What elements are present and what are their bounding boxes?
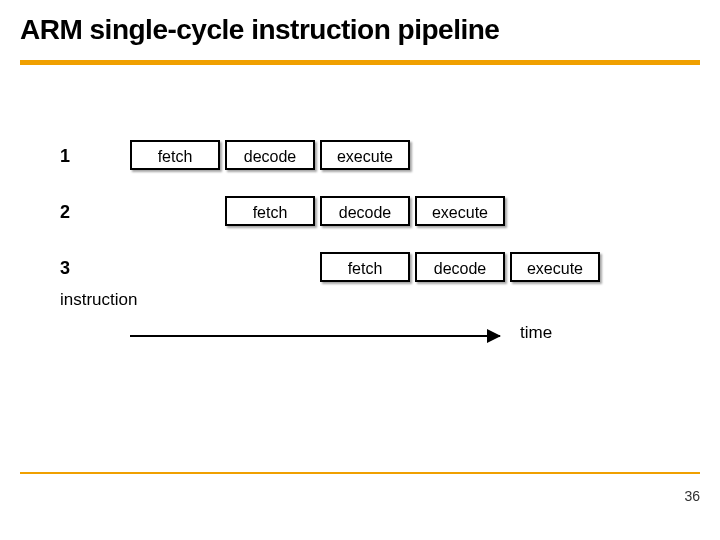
stage-box: execute bbox=[510, 252, 600, 282]
time-arrow bbox=[130, 335, 500, 337]
row-label-2: 2 bbox=[60, 202, 88, 223]
vertical-axis-label: instruction bbox=[60, 290, 137, 310]
row-label-1: 1 bbox=[60, 146, 88, 167]
pipeline-diagram: 1 2 3 instruction fetch decode execute f… bbox=[60, 140, 660, 390]
horizontal-axis-label: time bbox=[520, 323, 552, 343]
stage-box: decode bbox=[225, 140, 315, 170]
page-number: 36 bbox=[684, 488, 700, 504]
stage-box: fetch bbox=[130, 140, 220, 170]
stage-box: execute bbox=[320, 140, 410, 170]
stage-box: fetch bbox=[225, 196, 315, 226]
title-rule bbox=[20, 60, 700, 65]
stage-box: fetch bbox=[320, 252, 410, 282]
row-label-3: 3 bbox=[60, 258, 88, 279]
stage-box: decode bbox=[415, 252, 505, 282]
stage-box: decode bbox=[320, 196, 410, 226]
stage-box: execute bbox=[415, 196, 505, 226]
footer-rule bbox=[20, 472, 700, 474]
slide-title: ARM single-cycle instruction pipeline bbox=[20, 14, 499, 46]
